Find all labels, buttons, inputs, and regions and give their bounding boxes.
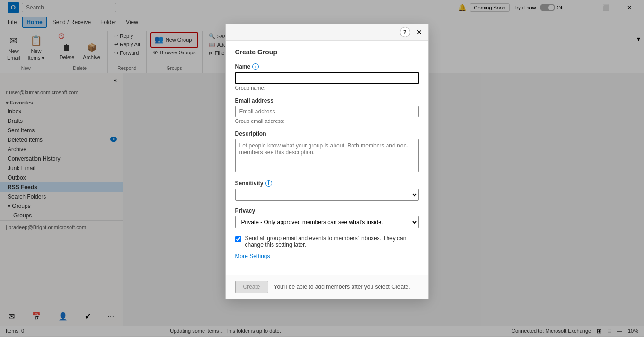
name-sublabel: Group name: <box>235 85 419 91</box>
email-checkbox[interactable] <box>235 236 241 242</box>
dialog-help-btn[interactable]: ? <box>400 27 410 37</box>
create-group-dialog: ? ✕ Create Group Name i Group name: Emai… <box>225 24 429 299</box>
sensitivity-info-icon[interactable]: i <box>265 180 272 187</box>
privacy-select[interactable]: Private - Only approved members can see … <box>235 216 419 228</box>
group-name-input[interactable] <box>235 72 419 84</box>
sensitivity-select[interactable]: Standard Confidential <box>235 189 419 201</box>
email-input[interactable] <box>235 106 419 117</box>
name-label: Name i <box>235 63 419 70</box>
create-btn[interactable]: Create <box>235 281 268 293</box>
dialog-overlay: ? ✕ Create Group Name i Group name: Emai… <box>0 0 644 337</box>
form-group-sensitivity: Sensitivity i Standard Confidential <box>235 180 419 201</box>
privacy-label: Privacy <box>235 207 419 214</box>
form-group-email: Email address Group email address: <box>235 97 419 124</box>
dialog-heading: Create Group <box>235 48 419 56</box>
dialog-close-btn[interactable]: ✕ <box>414 27 424 37</box>
email-label: Email address <box>235 97 419 104</box>
email-sublabel: Group email address: <box>235 118 419 124</box>
description-label: Description <box>235 130 419 137</box>
form-group-description: Description <box>235 130 419 173</box>
form-group-name: Name i Group name: <box>235 63 419 91</box>
description-input[interactable] <box>235 139 419 172</box>
sensitivity-label: Sensitivity i <box>235 180 419 187</box>
footer-note: You'll be able to add members after you … <box>274 284 410 290</box>
checkbox-label: Send all group email and events to membe… <box>245 235 419 248</box>
name-info-icon[interactable]: i <box>252 63 259 70</box>
form-group-privacy: Privacy Private - Only approved members … <box>235 207 419 228</box>
dialog-content: Create Group Name i Group name: Email ad… <box>226 41 428 275</box>
dialog-title-bar: ? ✕ <box>226 24 428 41</box>
checkbox-row: Send all group email and events to membe… <box>235 235 419 248</box>
more-settings-link[interactable]: More Settings <box>235 253 419 259</box>
dialog-footer: Create You'll be able to add members aft… <box>226 275 428 299</box>
